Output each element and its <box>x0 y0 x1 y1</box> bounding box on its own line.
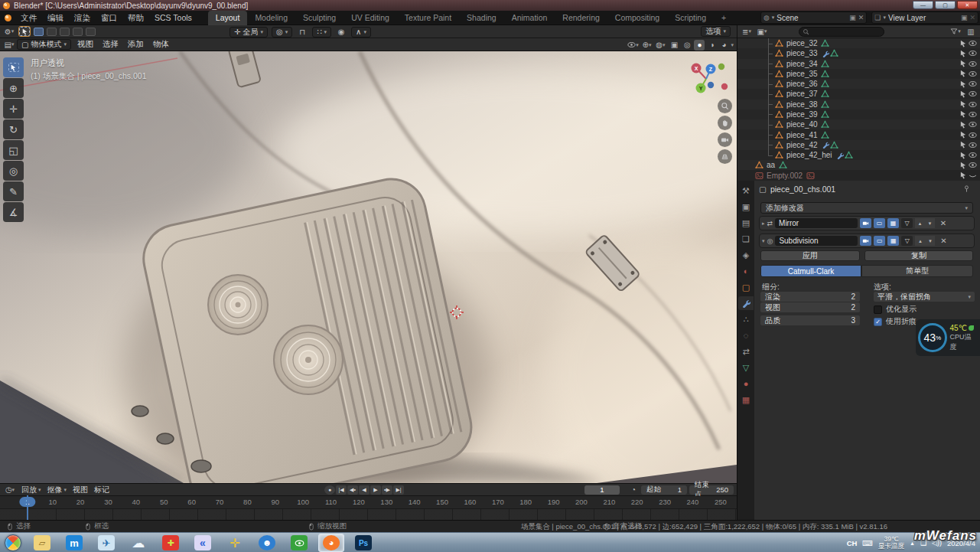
jump-start-button[interactable]: |◀ <box>336 485 347 495</box>
modifier-subdiv-header[interactable]: ▾ ◎ Subdivision ▭ ▦ ▽ ▲▼ ✕ <box>759 234 975 248</box>
hide-eye-icon[interactable] <box>968 161 977 170</box>
outliner-row-aa[interactable]: aa <box>737 160 980 170</box>
object-name[interactable]: piece_33 <box>786 49 818 57</box>
selectable-icon[interactable] <box>959 80 968 89</box>
tool-transform-icon[interactable]: ◎ <box>3 161 24 181</box>
outliner-search-input[interactable] <box>799 27 884 37</box>
selectable-icon[interactable] <box>959 120 968 129</box>
tool-scale-icon[interactable]: ◱ <box>3 140 24 160</box>
select-mode-extend-icon[interactable] <box>47 28 57 36</box>
workspace-tab-modeling[interactable]: Modeling <box>247 11 295 25</box>
scene-selector[interactable]: ◍▾ Scene ▣ ✕ <box>760 11 867 24</box>
modifier-mirror-header[interactable]: ▸ ⇄ Mirror ▭ ▦ ▽ ▲▼ ✕ <box>759 216 975 230</box>
timeline-menu-回放[interactable]: 回放▾ <box>19 485 44 495</box>
shading-solid-icon[interactable]: ● <box>694 40 705 51</box>
optimal-display-checkbox[interactable]: 优化显示 <box>874 304 917 315</box>
taskbar-icon-explorer[interactable]: ▱ <box>29 534 55 552</box>
gizmo-dropdown[interactable]: ⊕▾ <box>640 40 653 51</box>
properties-tab-material[interactable]: ● <box>738 377 754 390</box>
mirror-delete-icon[interactable]: ✕ <box>937 218 949 229</box>
ortho-toggle-button[interactable] <box>718 149 732 164</box>
next-key-button[interactable]: •▶ <box>382 485 392 495</box>
object-name[interactable]: piece_34 <box>786 60 818 68</box>
shading-dropdown[interactable]: ▾ <box>731 42 734 48</box>
zoom-gizmo-button[interactable] <box>718 99 732 113</box>
render-subdiv-field[interactable]: 渲染2 <box>760 292 860 302</box>
frame-start-field[interactable]: 起始1 <box>641 485 687 495</box>
quality-field[interactable]: 品质3 <box>760 315 860 325</box>
timeline-ruler[interactable]: 1102030405060708090100110120130140150160… <box>0 496 737 509</box>
ime-indicator[interactable]: CH <box>847 539 858 547</box>
menu-编辑[interactable]: 编辑 <box>42 11 69 24</box>
taskbar-icon-measure[interactable]: ✛ <box>222 534 248 552</box>
tool-rotate-icon[interactable]: ↻ <box>3 119 24 139</box>
properties-tab-tool[interactable]: ⚒ <box>738 184 754 198</box>
hide-eye-icon[interactable] <box>968 90 977 99</box>
camera-view-button[interactable] <box>718 132 732 147</box>
prev-key-button[interactable]: ◀• <box>347 485 358 495</box>
hide-eye-closed-icon[interactable] <box>968 171 977 180</box>
shading-material-icon[interactable]: ◑ <box>706 40 717 51</box>
taskbar-icon-maxthon[interactable]: m <box>61 534 87 552</box>
view-layer-selector[interactable]: ❏▾ View Layer ▣ ✕ <box>871 11 978 24</box>
taskbar-icon-recorder[interactable] <box>286 534 312 552</box>
outliner-row-piece_40[interactable]: piece_40 <box>737 119 980 129</box>
subdiv-delete-icon[interactable]: ✕ <box>937 236 949 247</box>
selectable-icon[interactable] <box>959 151 968 160</box>
menu-窗口[interactable]: 窗口 <box>96 11 122 24</box>
selectable-icon[interactable] <box>959 161 968 170</box>
selectable-icon[interactable] <box>959 59 968 68</box>
properties-tab-physics[interactable]: ◌ <box>738 328 754 342</box>
copy-button[interactable]: 复制 <box>864 250 973 261</box>
record-button[interactable]: ● <box>324 485 335 495</box>
orientation-dropdown[interactable]: ✛全局▾ <box>230 27 268 38</box>
snap-magnet-icon[interactable]: ⊓ <box>296 27 308 38</box>
outliner-row-piece_33[interactable]: piece_33 <box>737 48 980 58</box>
mirror-viewport-toggle[interactable]: ▭ <box>874 218 885 228</box>
outliner-row-piece_32[interactable]: piece_32 <box>737 38 980 48</box>
copy-view-layer-icon[interactable]: ▣ <box>961 14 968 21</box>
properties-tab-output[interactable]: ▤ <box>738 216 754 230</box>
viewport-menu-物体[interactable]: 物体 <box>148 39 174 50</box>
proportional-edit-icon[interactable]: ◉ <box>335 27 347 38</box>
outliner-row-piece_34[interactable]: piece_34 <box>737 59 980 69</box>
workspace-tab-compositing[interactable]: Compositing <box>607 11 667 25</box>
outliner-display-mode-icon[interactable]: ≣▾ <box>741 26 753 37</box>
properties-tab-view-layer[interactable]: ❏ <box>738 232 754 246</box>
mirror-render-toggle[interactable] <box>860 218 871 228</box>
timeline-track[interactable] <box>0 509 737 520</box>
selectable-icon[interactable] <box>959 109 968 119</box>
falloff-dropdown[interactable]: ∧▾ <box>351 27 371 38</box>
taskbar-icon-thunder[interactable]: « <box>190 534 216 552</box>
workspace-tab-rendering[interactable]: Rendering <box>555 11 607 25</box>
properties-tab-modifiers[interactable] <box>738 296 754 310</box>
hide-eye-icon[interactable] <box>968 39 977 48</box>
properties-tab-particles[interactable]: ∴ <box>738 312 754 326</box>
taskbar-icon-downloader[interactable]: ✚ <box>158 534 184 552</box>
shading-rendered-icon[interactable]: ◕ <box>718 40 729 51</box>
tool-options-icon[interactable]: ⚙▾ <box>3 26 15 37</box>
outliner-row-piece_41[interactable]: piece_41 <box>737 129 980 139</box>
subdiv-cage-toggle[interactable]: ▽ <box>901 236 913 246</box>
object-name[interactable]: piece_42 <box>786 141 818 149</box>
keyboard-icon[interactable]: ⌨ <box>862 539 873 547</box>
current-frame-field[interactable]: 1 <box>584 485 620 495</box>
subdiv-name-field[interactable]: Subdivision <box>775 236 858 246</box>
selectable-icon[interactable] <box>959 39 968 48</box>
hide-eye-icon[interactable] <box>968 100 977 109</box>
jump-end-button[interactable]: ▶| <box>393 485 404 495</box>
tool-measure-icon[interactable]: ∡ <box>3 202 24 222</box>
active-tool-button[interactable] <box>18 26 31 37</box>
select-mode-subtract-icon[interactable] <box>60 28 70 36</box>
timeline-menu-抠像[interactable]: 抠像▾ <box>45 485 70 495</box>
mirror-name-field[interactable]: Mirror <box>775 218 858 228</box>
workspace-tab-texture-paint[interactable]: Texture Paint <box>397 11 459 25</box>
menu-渲染[interactable]: 渲染 <box>69 11 96 24</box>
outliner-row-piece_39[interactable]: piece_39 <box>737 109 980 119</box>
object-name[interactable]: piece_38 <box>786 100 818 109</box>
outliner-collection-icon[interactable]: ▣▾ <box>756 26 768 37</box>
selectable-icon[interactable] <box>959 49 968 58</box>
pin-icon[interactable] <box>962 185 971 194</box>
object-name[interactable]: piece_36 <box>786 80 818 88</box>
copy-scene-icon[interactable]: ▣ <box>849 14 856 21</box>
